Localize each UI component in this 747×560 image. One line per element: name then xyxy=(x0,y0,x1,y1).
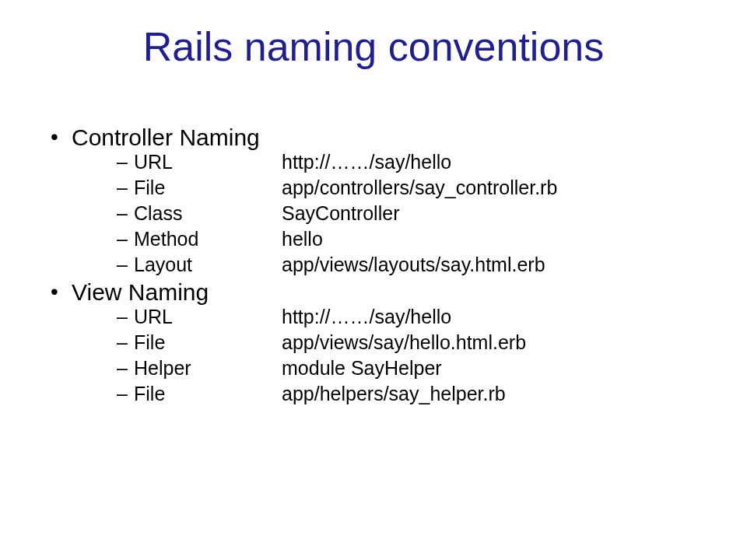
list-item: URL http://……/say/hello xyxy=(117,151,747,173)
item-value: http://……/say/hello xyxy=(282,306,451,328)
item-value: app/helpers/say_helper.rb xyxy=(282,383,506,405)
list-item: URL http://……/say/hello xyxy=(117,306,747,328)
slide-content: Controller Naming URL http://……/say/hell… xyxy=(0,124,747,405)
list-item: Class SayController xyxy=(117,202,747,225)
section-heading: View Naming URL http://……/say/hello File… xyxy=(47,279,747,405)
slide-title: Rails naming conventions xyxy=(0,23,747,70)
section-heading-text: Controller Naming xyxy=(72,124,260,150)
item-value: app/views/say/hello.html.erb xyxy=(282,331,526,354)
item-value: SayController xyxy=(282,202,399,225)
list-item: File app/views/say/hello.html.erb xyxy=(117,331,747,354)
item-label: File xyxy=(134,383,282,405)
list-item: File app/helpers/say_helper.rb xyxy=(117,383,747,405)
item-label: Layout xyxy=(134,254,282,276)
section-list: Controller Naming URL http://……/say/hell… xyxy=(47,124,747,405)
item-label: URL xyxy=(134,151,282,173)
item-label: File xyxy=(134,331,282,354)
item-value: module SayHelper xyxy=(282,357,442,380)
item-list: URL http://……/say/hello File app/control… xyxy=(72,151,747,276)
item-value: app/views/layouts/say.html.erb xyxy=(282,254,545,276)
item-value: app/controllers/say_controller.rb xyxy=(282,177,557,199)
item-label: Method xyxy=(134,228,282,250)
item-value: http://……/say/hello xyxy=(282,151,451,173)
item-label: URL xyxy=(134,306,282,328)
item-value: hello xyxy=(282,228,323,250)
list-item: Method hello xyxy=(117,228,747,250)
item-label: Class xyxy=(134,202,282,225)
item-label: Helper xyxy=(134,357,282,380)
list-item: File app/controllers/say_controller.rb xyxy=(117,177,747,199)
item-list: URL http://……/say/hello File app/views/s… xyxy=(72,306,747,405)
section-heading-text: View Naming xyxy=(72,279,209,305)
list-item: Layout app/views/layouts/say.html.erb xyxy=(117,254,747,276)
item-label: File xyxy=(134,177,282,199)
slide: Rails naming conventions Controller Nami… xyxy=(0,23,747,552)
list-item: Helper module SayHelper xyxy=(117,357,747,380)
section-heading: Controller Naming URL http://……/say/hell… xyxy=(47,124,747,276)
